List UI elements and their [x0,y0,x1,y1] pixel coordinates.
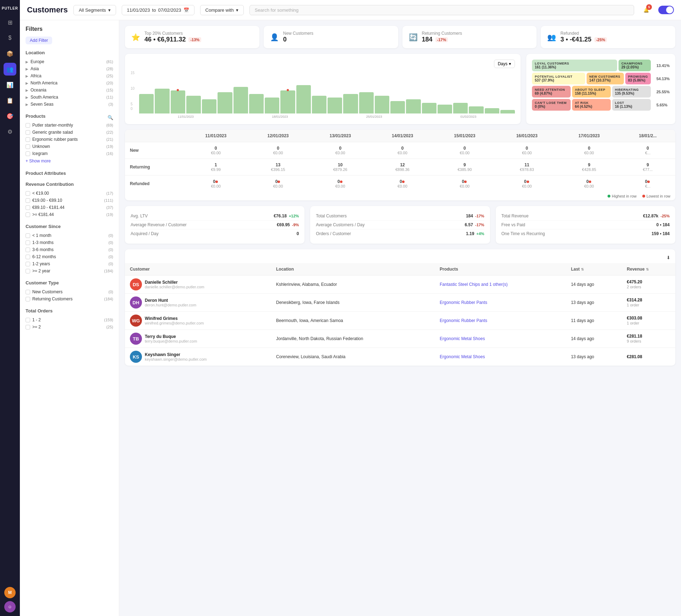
bar[interactable] [453,103,468,113]
show-more-button[interactable]: + Show more [26,157,113,165]
sidebar-icon-settings[interactable]: ⚙ [4,125,16,138]
filter-icegram[interactable]: Icegram (16) [26,150,113,157]
col-last[interactable]: Last ⇅ [566,263,622,276]
sidebar-icon-products[interactable]: 📦 [4,47,16,60]
bar[interactable] [139,94,154,113]
bar[interactable] [438,105,452,113]
bar[interactable] [359,92,374,113]
date-range-selector[interactable]: 11/01/2023 to 07/02/2023 📅 [122,5,194,15]
notification-bell[interactable]: 🔔 5 [640,4,653,16]
product-link[interactable]: Ergonomic Rubber Pants [440,300,487,305]
product-link[interactable]: Ergonomic Metal Shoes [440,336,485,341]
checkbox[interactable] [26,248,30,252]
days-selector[interactable]: Days ▾ [494,60,515,68]
filter-since-1-2years[interactable]: 1-2 years (0) [26,260,113,267]
filter-since-3-6months[interactable]: 3-6 months (0) [26,246,113,253]
checkbox[interactable] [26,198,30,203]
bar[interactable] [171,90,185,113]
product-link[interactable]: Ergonomic Rubber Pants [440,318,487,323]
filter-south-america[interactable]: ▶ South America (11) [26,94,113,101]
col-revenue[interactable]: Revenue ⇅ [622,263,675,276]
bar[interactable] [202,99,216,113]
bar[interactable] [265,98,279,113]
filter-asia[interactable]: ▶ Asia (28) [26,65,113,72]
filter-putler-monthly[interactable]: Putler starter-monthly (69) [26,122,113,129]
filter-orders-1-2[interactable]: 1 - 2 (159) [26,316,113,323]
bar[interactable] [312,96,326,113]
checkbox[interactable] [26,137,30,142]
bar[interactable] [500,110,515,113]
product-link[interactable]: Ergonomic Metal Shoes [440,354,485,359]
filter-since-1-3months[interactable]: 1-3 months (0) [26,239,113,246]
checkbox[interactable] [26,233,30,238]
bar[interactable] [155,89,169,113]
table-row[interactable]: DH Deron Hunt deron.hunt@demo.putler.com… [125,294,675,312]
table-row[interactable]: WG Winifred Grimes winifred.grimes@demo.… [125,312,675,330]
checkbox[interactable] [26,144,30,149]
filter-since-1month[interactable]: < 1 month (0) [26,232,113,239]
bar[interactable] [422,103,436,113]
filter-rev-3[interactable]: €89.10 - €181.44 (37) [26,204,113,211]
filter-seven-seas[interactable]: ▶ Seven Seas (3) [26,101,113,108]
sidebar-icon-analytics[interactable]: 📊 [4,78,16,91]
checkbox[interactable] [26,191,30,196]
filter-since-6-12months[interactable]: 6-12 months (0) [26,253,113,260]
sidebar-icon-reports[interactable]: 📋 [4,94,16,107]
sidebar-icon-goals[interactable]: 🎯 [4,110,16,122]
product-link[interactable]: Fantastic Steel Chips and 1 other(s) [440,282,507,287]
filter-rev-4[interactable]: >= €181.44 (19) [26,211,113,218]
checkbox[interactable] [26,123,30,128]
download-icon[interactable]: ⬇ [661,252,675,263]
bar[interactable] [485,108,499,113]
sidebar-icon-customers[interactable]: 👥 [4,63,16,76]
bar[interactable] [375,96,389,113]
bar[interactable] [328,98,342,113]
filter-rev-2[interactable]: €19.00 - €89.10 (111) [26,197,113,204]
filter-since-2plus[interactable]: >= 2 year (184) [26,267,113,274]
checkbox[interactable] [26,205,30,210]
filter-africa[interactable]: ▶ Africa (25) [26,72,113,79]
bar[interactable] [234,87,248,113]
bar[interactable] [186,96,201,113]
checkbox[interactable] [26,262,30,266]
checkbox[interactable] [26,255,30,259]
bar[interactable] [280,90,295,113]
filter-rev-1[interactable]: < €19.00 (17) [26,190,113,197]
compare-selector[interactable]: Compare with ▾ [200,5,244,15]
user-avatar-m[interactable]: M [4,587,16,598]
checkbox[interactable] [26,212,30,217]
checkbox[interactable] [26,269,30,273]
bar[interactable] [343,94,358,113]
table-row[interactable]: TB Terry du Buque terry.buque@demo.putle… [125,330,675,348]
checkbox[interactable] [26,297,30,301]
segment-selector[interactable]: All Segments ▾ [73,5,116,15]
user-avatar-second[interactable]: ☺ [4,601,16,612]
filter-granite-salad[interactable]: Generic granite salad (22) [26,129,113,136]
bar[interactable] [390,101,405,113]
filter-rubber-pants[interactable]: Ergonomic rubber pants (21) [26,136,113,143]
checkbox[interactable] [26,130,30,135]
sidebar-icon-dashboard[interactable]: ⊞ [4,16,16,29]
search-input[interactable]: Search for something [249,5,634,15]
filter-north-america[interactable]: ▶ North America (20) [26,79,113,87]
theme-toggle[interactable] [658,6,674,14]
checkbox[interactable] [26,151,30,156]
bar[interactable] [406,99,421,113]
checkbox[interactable] [26,290,30,294]
filter-oceania[interactable]: ▶ Oceania (15) [26,87,113,94]
add-filter-button[interactable]: Add Filter [26,37,52,44]
table-row[interactable]: DS Danielle Schiller danielle.schiller@d… [125,276,675,294]
search-products-icon[interactable]: 🔍 [108,115,113,120]
filter-orders-2plus[interactable]: >= 2 (25) [26,323,113,331]
bar[interactable] [218,92,232,113]
filter-europe[interactable]: ▶ Europe (81) [26,58,113,65]
bar[interactable] [249,94,264,113]
bar[interactable] [469,106,483,113]
filter-unknown[interactable]: Unknown (19) [26,143,113,150]
checkbox[interactable] [26,318,30,322]
filter-new-customers[interactable]: New Customers (0) [26,288,113,295]
filter-returning-customers[interactable]: Returning Customers (184) [26,295,113,303]
sidebar-icon-sales[interactable]: $ [4,32,16,44]
bar[interactable] [296,85,311,113]
checkbox[interactable] [26,240,30,245]
